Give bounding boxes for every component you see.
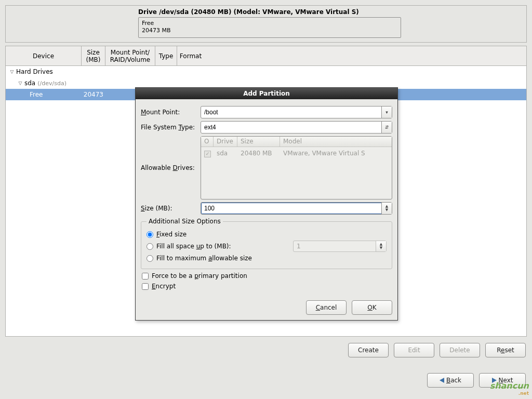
back-button[interactable]: Back <box>427 373 474 388</box>
col-format[interactable]: Format <box>177 46 204 65</box>
fs-type-label: File System Type: <box>141 124 201 131</box>
force-primary-checkbox[interactable] <box>142 273 149 280</box>
drive-free-box: Free 20473 MB <box>138 17 401 38</box>
tree-row-hard-drives[interactable]: ▽ Hard Drives <box>6 66 526 77</box>
spinner-buttons-icon[interactable]: ▲▼ <box>381 203 392 214</box>
size-label: Size (MB): <box>141 205 201 212</box>
drives-table[interactable]: O Drive Size Model ✓ sda 20480 MB VMware… <box>201 136 392 200</box>
expander-icon[interactable]: ▽ <box>17 80 23 86</box>
drives-row-model: VMware, VMware Virtual S <box>280 149 392 158</box>
ok-button[interactable]: OK <box>352 300 392 315</box>
dialog-actions: Cancel OK <box>136 296 397 320</box>
radio-fillup-input[interactable] <box>147 243 153 250</box>
size-spinner[interactable]: ▲▼ <box>201 202 392 215</box>
chevron-down-icon[interactable]: ▾ <box>381 107 392 118</box>
create-button[interactable]: Create <box>348 343 389 357</box>
tree-size: 20473 <box>82 91 105 98</box>
fillup-value: 1 <box>294 243 376 250</box>
radio-fixed-label: Fixed size <box>156 231 187 238</box>
drives-row-drive: sda <box>214 149 237 158</box>
drives-row[interactable]: ✓ sda 20480 MB VMware, VMware Virtual S <box>201 147 392 158</box>
tree-label: Free <box>30 91 82 98</box>
force-primary-label: Force to be a primary partition <box>152 272 247 280</box>
drive-title: Drive /dev/sda (20480 MB) (Model: VMware… <box>138 8 359 16</box>
spinner-buttons-icon: ▲▼ <box>376 241 386 251</box>
fs-type-combo[interactable]: ⇵ <box>201 121 392 134</box>
encrypt-checkbox[interactable] <box>142 283 149 290</box>
action-buttons: Create Edit Delete Reset <box>348 343 526 357</box>
drives-col-model: Model <box>280 137 392 147</box>
radio-max-input[interactable] <box>147 255 153 262</box>
cancel-button[interactable]: Cancel <box>306 300 347 315</box>
size-options-legend: Additional Size Options <box>147 218 223 225</box>
mount-point-row: Mount Point: ▾ <box>141 106 392 118</box>
radio-fixed-size[interactable]: Fixed size <box>147 231 387 238</box>
radio-fill-max[interactable]: Fill to maximum allowable size <box>147 255 387 262</box>
drive-banner: Drive /dev/sda (20480 MB) (Model: VMware… <box>5 5 527 43</box>
radio-max-label: Fill to maximum allowable size <box>156 255 252 262</box>
radio-fill-up-to[interactable]: Fill all space up to (MB): 1 ▲▼ <box>147 241 387 252</box>
allowable-drives-label: Allowable Drives: <box>141 164 201 171</box>
allowable-drives-row: Allowable Drives: O Drive Size Model ✓ s… <box>141 136 392 200</box>
encrypt-label: Encrypt <box>152 283 176 290</box>
fs-type-row: File System Type: ⇵ <box>141 121 392 134</box>
column-headers: Device Size (MB) Mount Point/ RAID/Volum… <box>6 46 526 66</box>
device-path: (/dev/sda) <box>37 80 66 87</box>
force-primary-row[interactable]: Force to be a primary partition <box>142 272 391 280</box>
tree-label: Hard Drives <box>16 68 92 75</box>
updown-icon[interactable]: ⇵ <box>381 122 392 133</box>
drive-free-size: 20473 MB <box>142 27 397 34</box>
checkbox-disabled-icon: ✓ <box>204 151 211 157</box>
edit-button[interactable]: Edit <box>394 343 434 357</box>
arrow-left-icon <box>440 378 444 383</box>
tree-label: sda <box>24 79 35 87</box>
col-size[interactable]: Size (MB) <box>82 46 105 65</box>
delete-button[interactable]: Delete <box>440 343 480 357</box>
encrypt-row[interactable]: Encrypt <box>142 283 391 290</box>
size-input[interactable] <box>201 203 381 214</box>
dialog-title[interactable]: Add Partition <box>136 88 397 99</box>
radio-fixed-input[interactable] <box>147 231 153 238</box>
radio-fillup-label: Fill all space up to (MB): <box>156 243 231 250</box>
col-type[interactable]: Type <box>155 46 177 65</box>
expander-icon[interactable]: ▽ <box>9 69 15 75</box>
mount-point-label: Mount Point: <box>141 109 201 116</box>
drive-free-label: Free <box>142 20 397 27</box>
fs-type-input[interactable] <box>201 122 381 133</box>
col-mount[interactable]: Mount Point/ RAID/Volume <box>105 46 155 65</box>
reset-button[interactable]: Reset <box>485 343 526 357</box>
fillup-spinner: 1 ▲▼ <box>293 241 387 252</box>
col-device[interactable]: Device <box>6 46 82 65</box>
drives-col-check: O <box>201 137 214 147</box>
arrow-right-icon <box>492 378 497 383</box>
nav-buttons: Back Next <box>427 373 526 388</box>
size-row: Size (MB): ▲▼ <box>141 202 392 215</box>
add-partition-dialog: Add Partition Mount Point: ▾ File System… <box>135 87 398 321</box>
drives-col-size: Size <box>237 137 280 147</box>
drives-row-size: 20480 MB <box>237 149 280 158</box>
next-button[interactable]: Next <box>479 373 526 388</box>
mount-point-combo[interactable]: ▾ <box>201 106 392 118</box>
drives-col-drive: Drive <box>214 137 237 147</box>
additional-size-options: Additional Size Options Fixed size Fill … <box>141 218 392 269</box>
mount-point-input[interactable] <box>201 107 381 118</box>
